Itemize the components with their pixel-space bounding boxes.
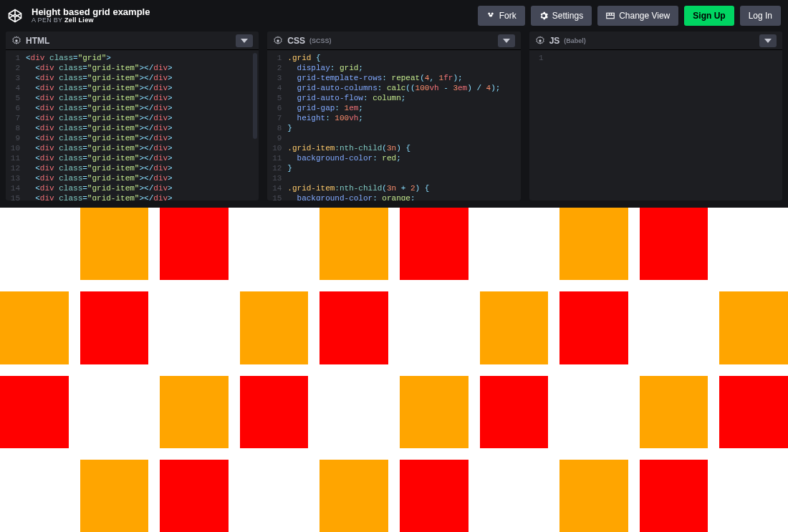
grid-item — [640, 208, 708, 280]
layout-icon — [606, 11, 615, 20]
grid-item — [80, 460, 149, 532]
js-editor[interactable]: 1 — [529, 50, 782, 200]
grid-item — [400, 291, 469, 364]
grid-item — [719, 376, 788, 448]
grid-item — [480, 376, 549, 448]
grid-item — [0, 460, 69, 532]
gear-icon[interactable] — [535, 36, 545, 46]
grid-item — [0, 208, 69, 280]
gear-icon[interactable] — [273, 36, 283, 46]
css-panel: CSS (SCSS) 1.grid {2 display: grid;3 gri… — [267, 32, 520, 200]
html-panel-toggle[interactable] — [236, 34, 253, 47]
css-editor[interactable]: 1.grid {2 display: grid;3 grid-template-… — [267, 50, 520, 200]
output-preview — [0, 208, 788, 532]
chevron-down-icon — [764, 39, 772, 43]
js-panel-header: JS (Babel) — [529, 32, 782, 50]
pen-title: Height based grid example — [32, 7, 150, 17]
html-editor[interactable]: 1<div class="grid">2 <div class="grid-it… — [6, 50, 259, 200]
grid-item — [319, 291, 388, 364]
grid-item — [480, 208, 549, 280]
grid-item — [240, 291, 309, 364]
html-panel-title: HTML — [26, 36, 49, 46]
chevron-down-icon — [241, 39, 248, 43]
grid-item — [160, 376, 229, 448]
chevron-down-icon — [503, 39, 510, 43]
grid-item — [80, 291, 149, 364]
fork-icon — [486, 11, 495, 20]
gear-icon — [539, 11, 548, 20]
css-panel-header: CSS (SCSS) — [267, 32, 520, 50]
codepen-logo[interactable] — [7, 8, 23, 24]
grid-item — [160, 460, 229, 532]
grid-item — [400, 460, 469, 532]
editors-row: HTML 1<div class="grid">2 <div class="gr… — [0, 32, 788, 208]
grid-item — [640, 460, 708, 532]
grid-item — [319, 376, 388, 448]
css-panel-title: CSS — [287, 36, 305, 46]
grid-item — [240, 376, 309, 448]
svg-rect-0 — [607, 13, 615, 19]
fork-button[interactable]: Fork — [478, 6, 525, 26]
css-panel-sub: (SCSS) — [309, 37, 332, 44]
js-panel: JS (Babel) 1 — [529, 32, 782, 200]
settings-button[interactable]: Settings — [531, 6, 592, 26]
grid-item — [0, 291, 69, 364]
grid-item — [400, 376, 469, 448]
grid-item — [640, 291, 708, 364]
grid-item — [160, 208, 229, 280]
grid-item — [640, 376, 708, 448]
signup-button[interactable]: Sign Up — [684, 6, 734, 26]
grid-item — [480, 460, 549, 532]
grid-item — [80, 376, 149, 448]
grid-item — [240, 460, 309, 532]
html-panel-header: HTML — [6, 32, 259, 50]
grid-item — [0, 376, 69, 448]
scrollbar[interactable] — [253, 53, 257, 139]
svg-point-4 — [15, 39, 18, 42]
grid-item — [719, 291, 788, 364]
grid-item — [240, 208, 309, 280]
grid-item — [400, 208, 469, 280]
top-bar: Height based grid example A PEN BY Zell … — [0, 0, 788, 32]
grid-item — [480, 291, 549, 364]
grid-item — [559, 376, 628, 448]
grid-item — [80, 208, 149, 280]
grid-item — [559, 460, 628, 532]
gear-icon[interactable] — [11, 36, 21, 46]
pen-byline: A PEN BY Zell Liew — [32, 17, 150, 24]
title-block: Height based grid example A PEN BY Zell … — [32, 7, 150, 24]
login-button[interactable]: Log In — [740, 6, 781, 26]
css-panel-toggle[interactable] — [498, 34, 515, 47]
js-panel-toggle[interactable] — [759, 34, 777, 47]
change-view-button[interactable]: Change View — [597, 6, 678, 26]
svg-point-5 — [277, 39, 280, 42]
grid-item — [559, 291, 628, 364]
grid-item — [319, 460, 388, 532]
codepen-logo-icon — [7, 8, 23, 24]
grid-item — [719, 460, 788, 532]
grid-item — [719, 208, 788, 280]
js-panel-sub: (Babel) — [564, 37, 586, 44]
grid-item — [319, 208, 388, 280]
grid-item — [559, 208, 628, 280]
js-panel-title: JS — [549, 36, 560, 46]
html-panel: HTML 1<div class="grid">2 <div class="gr… — [6, 32, 259, 200]
grid-item — [160, 291, 229, 364]
output-grid — [0, 208, 788, 532]
svg-point-6 — [539, 39, 542, 42]
